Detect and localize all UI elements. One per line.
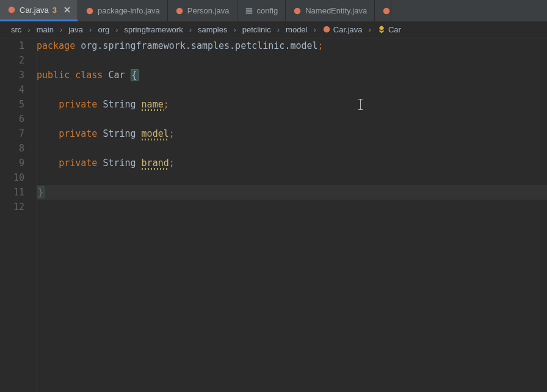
- code-line[interactable]: [37, 141, 547, 156]
- code-line[interactable]: [37, 53, 547, 68]
- code-line[interactable]: public class Car {: [37, 68, 547, 82]
- crumb-label: Car: [388, 25, 401, 34]
- crumb-model[interactable]: model: [283, 25, 310, 34]
- crumb-src[interactable]: src: [9, 25, 24, 34]
- line-number: 12: [0, 200, 24, 214]
- svg-point-6: [294, 7, 301, 14]
- tab-label: NamedEntity.java: [305, 6, 367, 15]
- tab-label: Person.java: [187, 6, 230, 15]
- crumb-label: model: [286, 25, 307, 34]
- tab-overflow[interactable]: [375, 0, 391, 21]
- line-number: 1: [0, 38, 24, 53]
- java-file-icon: [293, 7, 302, 15]
- tab-config[interactable]: config: [237, 0, 286, 21]
- text-caret: [360, 99, 361, 110]
- tab-label: config: [257, 6, 278, 15]
- tab-person-java[interactable]: Person.java: [168, 0, 237, 21]
- code-line[interactable]: [37, 82, 547, 97]
- crumb-label: main: [37, 25, 54, 34]
- crumb-springframework[interactable]: springframework: [122, 25, 186, 34]
- chevron-right-icon: ›: [275, 25, 282, 34]
- line-number: 11: [0, 185, 24, 200]
- svg-point-0: [9, 7, 15, 13]
- tab-label: Car.java: [20, 5, 49, 15]
- code-line[interactable]: private String name;: [37, 97, 547, 112]
- current-line-highlight: [37, 185, 547, 200]
- crumb-label: springframework: [125, 25, 183, 34]
- chevron-right-icon: ›: [231, 25, 238, 34]
- crumb-main[interactable]: main: [34, 25, 56, 34]
- java-file-icon: [7, 5, 16, 14]
- java-file-icon: [322, 25, 331, 34]
- crumb-car[interactable]: Car: [375, 25, 404, 34]
- indent-guide: [37, 53, 37, 392]
- line-number: 9: [0, 156, 24, 170]
- crumb-org[interactable]: org: [95, 25, 112, 34]
- chevron-right-icon: ›: [311, 25, 319, 34]
- tab-package-info-java[interactable]: package-info.java: [78, 0, 168, 21]
- line-number: 3: [0, 68, 24, 82]
- svg-point-2: [176, 7, 183, 14]
- line-number: 10: [0, 170, 24, 185]
- line-number: 8: [0, 141, 24, 156]
- code-line[interactable]: private String brand;: [37, 156, 547, 170]
- java-file-icon: [382, 7, 391, 15]
- line-number: 4: [0, 82, 24, 97]
- config-file-icon: [245, 7, 253, 15]
- code-line[interactable]: [37, 170, 547, 185]
- line-number: 2: [0, 53, 24, 68]
- crumb-label: org: [98, 25, 109, 34]
- tab-label: package-info.java: [98, 6, 160, 15]
- crumb-label: src: [11, 25, 21, 34]
- tab-badge: 3: [53, 5, 57, 15]
- chevron-right-icon: ›: [25, 25, 32, 34]
- crumb-samples[interactable]: samples: [195, 25, 230, 34]
- editor-tabs: Car.java3package-info.javaPerson.javacon…: [0, 0, 547, 21]
- code-line[interactable]: private String model;: [37, 126, 547, 141]
- code-line[interactable]: [37, 112, 547, 126]
- java-file-icon: [175, 7, 184, 15]
- chevron-right-icon: ›: [57, 25, 65, 34]
- crumb-car-java[interactable]: Car.java: [320, 25, 365, 34]
- crumb-java[interactable]: java: [66, 25, 85, 34]
- line-number: 7: [0, 126, 24, 141]
- chevron-right-icon: ›: [366, 25, 374, 34]
- chevron-right-icon: ›: [113, 25, 120, 34]
- crumb-label: java: [68, 25, 83, 34]
- svg-point-7: [383, 7, 390, 14]
- svg-point-8: [324, 26, 330, 33]
- code-line[interactable]: package org.springframework.samples.petc…: [37, 38, 547, 53]
- chevron-right-icon: ›: [187, 25, 194, 34]
- tab-namedentity-java[interactable]: NamedEntity.java: [286, 0, 375, 21]
- close-icon[interactable]: [64, 7, 70, 13]
- code-area[interactable]: package org.springframework.samples.petc…: [37, 38, 547, 392]
- java-file-icon: [85, 7, 94, 15]
- crumb-label: Car.java: [333, 25, 363, 34]
- line-number: 5: [0, 97, 24, 112]
- crumb-label: petclinic: [242, 25, 271, 34]
- line-gutter: 123456789101112: [0, 38, 37, 392]
- code-line[interactable]: [37, 200, 547, 214]
- breadcrumb: src›main›java›org›springframework›sample…: [0, 21, 547, 38]
- crumb-label: samples: [198, 25, 227, 34]
- class-icon: [377, 25, 386, 34]
- line-number: 6: [0, 112, 24, 126]
- code-editor[interactable]: 123456789101112 package org.springframew…: [0, 38, 547, 392]
- crumb-petclinic[interactable]: petclinic: [240, 25, 274, 34]
- svg-point-1: [87, 7, 93, 14]
- chevron-right-icon: ›: [87, 25, 94, 34]
- tab-car-java[interactable]: Car.java3: [0, 0, 78, 21]
